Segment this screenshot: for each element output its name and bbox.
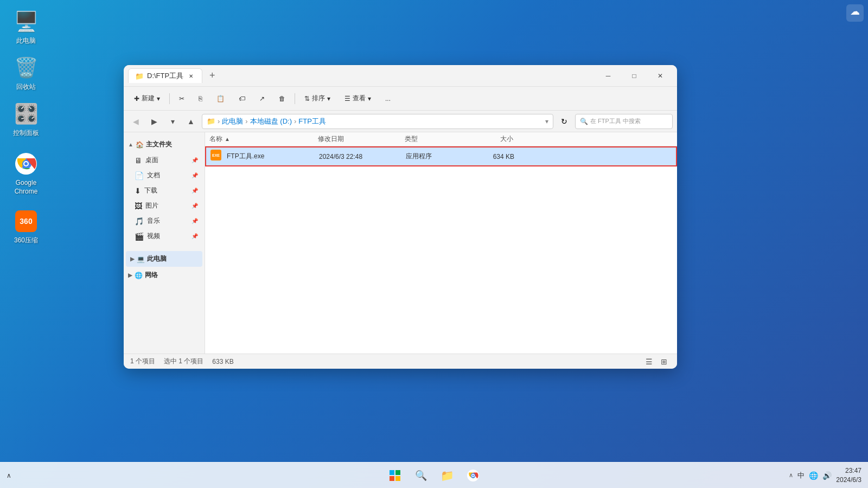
list-view-button[interactable]: ☰ [642,356,655,368]
tray-expand-icon[interactable]: ∧ [7,472,11,479]
grid-view-button[interactable]: ⊞ [658,356,671,368]
input-method[interactable]: 中 [797,471,805,480]
breadcrumb-folder[interactable]: FTP工具 [298,117,326,126]
sidebar-item-pictures[interactable]: 🖼 图片 📌 [126,198,202,213]
search-box[interactable]: 🔍 在 FTP工具 中搜索 [575,114,673,129]
desktop-icon-control[interactable]: 🎛️ 控制面板 [4,98,48,141]
sidebar-videos-label: 视频 [147,232,160,241]
file-list-header: 名称 ▲ 修改日期 类型 大小 [205,132,677,146]
forward-button[interactable]: ▶ [146,114,162,129]
cut-button[interactable]: ✂ [173,90,190,107]
address-dropdown-icon[interactable]: ▾ [545,118,548,125]
taskbar-clock[interactable]: 23:47 2024/6/3 [836,466,861,485]
view-button[interactable]: ☰ 查看 ▾ [339,90,377,107]
breadcrumb-folder-icon: 📁 [207,117,215,125]
network-icon[interactable]: 🌐 [809,471,818,480]
recent-locations-button[interactable]: ▾ [165,114,180,129]
sidebar-item-music[interactable]: 🎵 音乐 📌 [126,214,202,228]
sort-icon: ⇅ [304,95,310,102]
computer-icon: 🖥️ [13,9,39,35]
desktop-icon-recycle[interactable]: 🗑️ 回收站 [4,52,48,95]
svg-rect-11 [390,470,394,475]
this-computer-header[interactable]: ▶ 💻 此电脑 [126,251,202,267]
sort-button[interactable]: ⇅ 排序 ▾ [298,90,336,107]
close-button[interactable]: ✕ [648,67,673,85]
taskbar-chrome-button[interactable] [462,465,484,486]
sidebar-item-videos[interactable]: 🎬 视频 📌 [126,229,202,243]
sidebar: ▲ 🏠 主文件夹 🖥 桌面 📌 📄 文档 📌 ⬇ 下载 📌 🖼 [124,132,205,354]
share-button[interactable]: ↗ [253,90,271,107]
new-tab-button[interactable]: + [205,68,220,84]
quick-access-expand-icon: ▲ [128,142,133,147]
sidebar-item-downloads[interactable]: ⬇ 下载 📌 [126,183,202,198]
breadcrumb-pc[interactable]: 此电脑 [222,117,243,126]
new-dropdown-icon: ▾ [157,95,160,102]
new-button[interactable]: ✚ 新建 ▾ [128,90,166,107]
pin-icon: 📌 [192,157,198,163]
breadcrumb-drive[interactable]: 本地磁盘 (D:) [250,117,292,126]
taskbar-right: ∧ 中 🌐 🔊 23:47 2024/6/3 [789,466,861,485]
network-icon: 🌐 [135,272,143,279]
sidebar-pictures-label: 图片 [145,201,158,210]
start-button[interactable] [384,465,406,486]
maximize-button[interactable]: □ [622,67,647,85]
address-path[interactable]: 📁 › 此电脑 › 本地磁盘 (D:) › FTP工具 ▾ [202,114,553,129]
back-button[interactable]: ◀ [128,114,143,129]
pin-icon-2: 📌 [192,172,198,178]
file-size-cell: 634 KB [471,153,514,160]
status-size: 633 KB [212,358,233,365]
network-header[interactable]: ▶ 🌐 网络 [124,267,205,283]
more-button[interactable]: ... [379,90,397,107]
status-total: 1 个项目 [130,357,155,366]
tab-close-button[interactable]: ✕ [187,72,195,80]
paste-button[interactable]: 📋 [210,90,231,107]
column-header-date[interactable]: 修改日期 [318,134,405,144]
downloads-icon: ⬇ [135,187,141,195]
explorer-window: 📁 D:\FTP工具 ✕ + ─ □ ✕ ✚ 新建 ▾ ✂ ⎘ 📋 🏷 [124,65,677,369]
taskbar: ∧ 🔍 📁 [0,462,868,488]
column-header-name[interactable]: 名称 ▲ [209,134,318,144]
desktop-icon-360[interactable]: 360 360压缩 [4,205,48,248]
clock-date: 2024/6/3 [836,476,861,485]
status-bar: 1 个项目 选中 1 个项目 633 KB ☰ ⊞ [124,354,677,369]
sidebar-item-documents[interactable]: 📄 文档 📌 [126,168,202,183]
quick-access-header[interactable]: ▲ 🏠 主文件夹 [124,137,205,152]
tab-label: D:\FTP工具 [147,71,183,81]
desktop-icon-chrome[interactable]: GoogleChrome [4,147,48,199]
column-header-size[interactable]: 大小 [470,134,513,144]
paste-icon: 📋 [216,95,225,102]
up-button[interactable]: ▲ [183,114,199,129]
delete-button[interactable]: 🗑 [273,90,291,107]
tray-expand-btn[interactable]: ∧ [789,472,793,479]
view-toggle: ☰ ⊞ [642,356,671,368]
exe-file-icon: EXE [210,150,221,163]
folder-tab-icon: 📁 [135,72,144,80]
minimize-button[interactable]: ─ [596,67,621,85]
file-item-ftp[interactable]: EXE FTP工具.exe 2024/6/3 22:48 应用程序 634 KB [205,146,677,166]
sidebar-item-desktop[interactable]: 🖥 桌面 📌 [126,153,202,168]
control-panel-icon: 🎛️ [13,101,39,127]
sidebar-documents-label: 文档 [147,171,160,180]
chrome-icon [13,151,39,177]
new-label: 新建 [142,94,155,103]
search-button[interactable]: 🔍 [410,465,432,486]
copy-button[interactable]: ⎘ [193,90,208,107]
desktop-icon-computer[interactable]: 🖥️ 此电脑 [4,5,48,49]
network-expand-icon: ▶ [128,272,132,278]
column-header-type[interactable]: 类型 [405,134,470,144]
view-icon: ☰ [344,95,350,102]
refresh-button[interactable]: ↻ [557,114,572,129]
svg-text:EXE: EXE [212,153,220,157]
volume-icon[interactable]: 🔊 [822,471,832,480]
file-list: 名称 ▲ 修改日期 类型 大小 [205,132,677,354]
explorer-tab[interactable]: 📁 D:\FTP工具 ✕ [128,68,202,83]
sort-label: 排序 [312,94,325,103]
svg-text:360: 360 [20,217,33,226]
mark-button[interactable]: 🏷 [233,90,251,107]
svg-rect-13 [390,476,394,481]
pin-icon-6: 📌 [192,233,198,239]
name-sort-icon: ▲ [225,136,230,142]
tray-top-right-icon[interactable]: ☁ [846,4,864,24]
sidebar-music-label: 音乐 [147,216,160,226]
files-button[interactable]: 📁 [436,465,458,486]
